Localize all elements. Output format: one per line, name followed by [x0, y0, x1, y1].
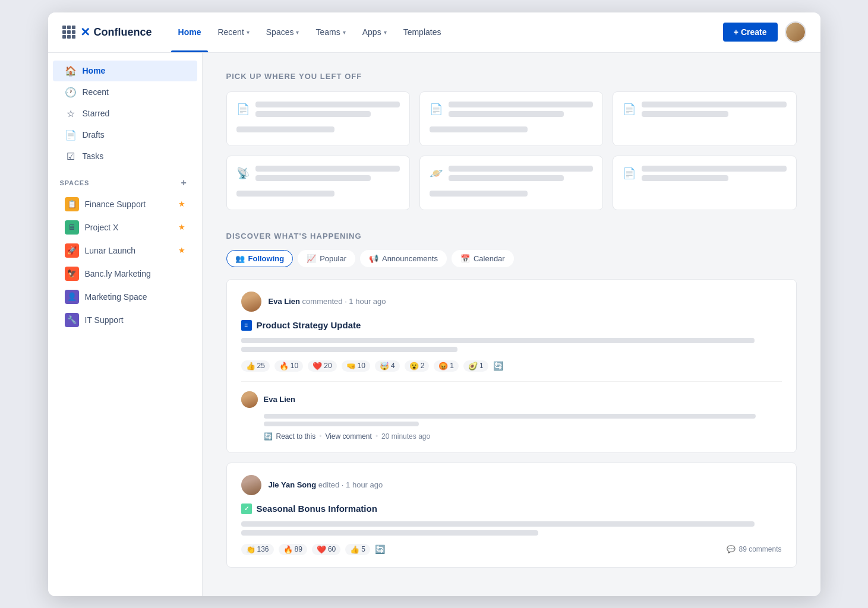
- reaction-count: 25: [257, 362, 265, 370]
- activity-action: commented ·: [302, 297, 349, 306]
- nav-recent-label: Recent: [217, 27, 244, 37]
- reaction-angry[interactable]: 😡 1: [434, 360, 459, 372]
- space-label-projectx: Project X: [85, 223, 119, 232]
- app-logo[interactable]: ✕ Confluence: [62, 25, 152, 39]
- check-icon: ☑: [65, 151, 77, 162]
- space-icon-lunar: 🚀: [65, 243, 79, 258]
- reaction-count: 10: [358, 362, 365, 370]
- reaction-heart[interactable]: ❤️ 20: [308, 360, 336, 372]
- recent-card[interactable]: 📄: [419, 91, 603, 146]
- reaction-count: 60: [328, 545, 336, 553]
- nav-apps-label: Apps: [362, 27, 381, 37]
- reaction-fire[interactable]: 🔥 10: [274, 360, 303, 372]
- filter-tab-announcements[interactable]: 📢 Announcements: [360, 250, 447, 267]
- sidebar-item-tasks[interactable]: ☑ Tasks: [53, 146, 197, 167]
- sidebar-item-it-support[interactable]: 🔧 IT Support: [53, 309, 197, 331]
- reaction-fire-2[interactable]: 🔥 89: [279, 544, 307, 555]
- reaction-heart-2[interactable]: ❤️ 60: [312, 544, 340, 555]
- planet-icon: 🪐: [430, 167, 443, 180]
- star-icon: ★: [178, 200, 185, 208]
- sidebar-item-lunar-launch[interactable]: 🚀 Lunar Launch ★: [53, 239, 197, 262]
- sidebar-item-finance-support[interactable]: 📋 Finance Support ★: [53, 193, 197, 216]
- recent-cards-grid: 📄 📄: [226, 91, 797, 210]
- nav-home[interactable]: Home: [171, 23, 209, 42]
- recent-card[interactable]: 📄: [613, 156, 796, 210]
- calendar-icon: 📅: [460, 254, 470, 263]
- sidebar-item-marketing-space[interactable]: 👤 Marketing Space: [53, 286, 197, 308]
- reaction-count: 5: [361, 545, 365, 553]
- reaction-punch[interactable]: 🤜 10: [342, 360, 370, 372]
- sidebar-item-home[interactable]: 🏠 Home: [53, 61, 197, 81]
- header: ✕ Confluence Home Recent ▾ Spaces ▾ Team…: [48, 12, 820, 53]
- reaction-clap[interactable]: 👏 136: [241, 544, 274, 555]
- recent-card[interactable]: 📡: [226, 156, 410, 210]
- nav-teams-label: Teams: [315, 27, 340, 37]
- activity-action-2: edited ·: [318, 480, 346, 489]
- comments-count[interactable]: 💬 89 comments: [727, 545, 781, 553]
- reaction-count: 1: [450, 362, 454, 370]
- reaction-mindblown[interactable]: 🤯 4: [375, 360, 400, 372]
- react-to-this-link[interactable]: React to this: [276, 432, 316, 441]
- discover-filter-tabs: 👥 Following 📈 Popular 📢 Announcements 📅 …: [226, 250, 797, 267]
- nav-apps[interactable]: Apps ▾: [355, 23, 394, 42]
- activity-doc-title-2: Seasonal Bonus Information: [257, 504, 377, 514]
- reactions-1: 👍 25 🔥 10 ❤️ 20 🤜 10: [241, 360, 782, 372]
- react-icon: 🔄: [264, 432, 273, 441]
- nav-home-label: Home: [178, 27, 201, 37]
- nav-templates[interactable]: Templates: [396, 23, 449, 42]
- nav-recent[interactable]: Recent ▾: [210, 23, 256, 42]
- reaction-avocado[interactable]: 🥑 1: [463, 360, 488, 372]
- nav-templates-label: Templates: [403, 27, 441, 37]
- sidebar-tasks-label: Tasks: [83, 151, 104, 161]
- activity-time: 1 hour ago: [349, 297, 386, 306]
- add-reaction-button-2[interactable]: 🔄: [375, 544, 385, 554]
- comment-thread: Eva Lien 🔄 React to this • View comment …: [241, 381, 782, 441]
- spaces-section-title: SPACES +: [48, 167, 202, 192]
- filter-tab-popular[interactable]: 📈 Popular: [298, 250, 355, 267]
- sidebar-item-drafts[interactable]: 📄 Drafts: [53, 125, 197, 145]
- space-label-bancly: Banc.ly Marketing: [85, 269, 151, 278]
- doc-icon-blue: ≡: [241, 320, 252, 331]
- reaction-surprised[interactable]: 😮 2: [405, 360, 430, 372]
- activity-doc-link-1[interactable]: ≡ Product Strategy Update: [241, 320, 782, 331]
- user-avatar[interactable]: [785, 21, 806, 43]
- reactions-2: 👏 136 🔥 89 ❤️ 60 👍 5: [241, 544, 385, 555]
- activity-doc-title: Product Strategy Update: [257, 320, 361, 330]
- sidebar-item-bancly[interactable]: 🦅 Banc.ly Marketing: [53, 262, 197, 285]
- sidebar-item-recent[interactable]: 🕐 Recent: [53, 82, 197, 103]
- recent-card[interactable]: 📄: [613, 91, 796, 146]
- space-label-lunar: Lunar Launch: [85, 246, 136, 255]
- clock-icon: 🕐: [65, 87, 77, 98]
- activity-doc-link-2[interactable]: ✓ Seasonal Bonus Information: [241, 504, 782, 514]
- add-space-button[interactable]: +: [178, 177, 190, 189]
- sidebar-item-starred[interactable]: ☆ Starred: [53, 103, 197, 124]
- recent-card[interactable]: 🪐: [419, 156, 603, 210]
- reaction-thumbsup-2[interactable]: 👍 5: [345, 544, 370, 555]
- reaction-count: 20: [324, 362, 332, 370]
- reaction-count: 4: [391, 362, 395, 370]
- view-comment-link[interactable]: View comment: [325, 432, 371, 441]
- create-button-label: + Create: [734, 27, 767, 37]
- reaction-count: 136: [257, 545, 269, 553]
- add-reaction-button[interactable]: 🔄: [493, 361, 503, 370]
- recent-card[interactable]: 📄: [226, 91, 410, 146]
- nav-teams[interactable]: Teams ▾: [308, 23, 352, 42]
- activity-meta: Eva Lien commented · 1 hour ago: [269, 297, 386, 306]
- home-icon: 🏠: [65, 65, 77, 77]
- satellite-icon: 📡: [236, 167, 250, 180]
- chevron-down-icon: ▾: [343, 29, 346, 36]
- comments-count-label: 89 comments: [738, 545, 781, 553]
- nav-spaces[interactable]: Spaces ▾: [259, 23, 307, 42]
- filter-tab-following[interactable]: 👥 Following: [226, 250, 293, 267]
- reaction-thumbsup[interactable]: 👍 25: [241, 360, 270, 372]
- comment-actions: 🔄 React to this • View comment • 20 minu…: [264, 432, 782, 441]
- filter-tab-calendar[interactable]: 📅 Calendar: [452, 250, 514, 267]
- chevron-down-icon: ▾: [247, 29, 250, 36]
- confluence-x-icon: ✕: [80, 25, 90, 39]
- space-icon-marketing: 👤: [65, 290, 79, 304]
- user-avatar-eva: [241, 292, 261, 312]
- sidebar-item-project-x[interactable]: 🖥 Project X ★: [53, 216, 197, 239]
- activity-card-1: Eva Lien commented · 1 hour ago ≡ Produc…: [226, 279, 797, 453]
- reaction-count: 1: [479, 362, 484, 370]
- create-button[interactable]: + Create: [723, 23, 778, 42]
